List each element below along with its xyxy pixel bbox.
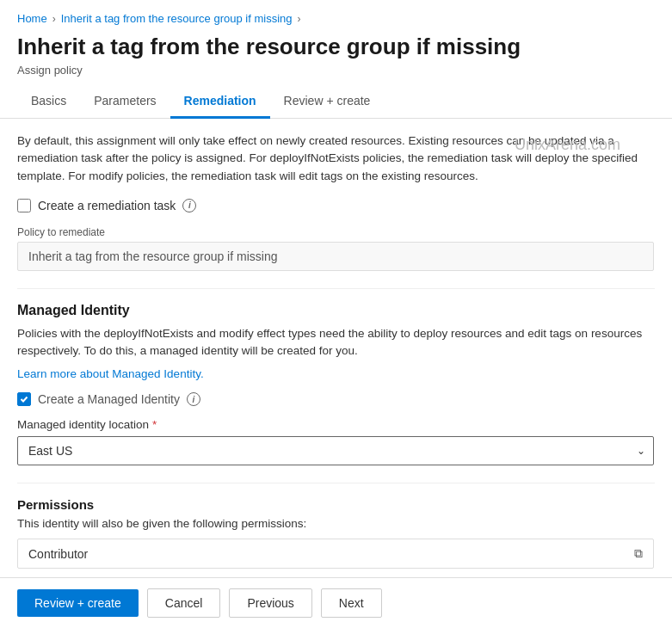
main-content: UnixArena.com By default, this assignmen… [0,119,672,600]
breadcrumb-home[interactable]: Home [17,12,47,25]
managed-identity-checkbox-checked [17,392,31,406]
page-title: Inherit a tag from the resource group if… [0,30,672,62]
managed-identity-title: Managed Identity [17,303,655,318]
location-select-wrapper: East US West US West US 2 East US 2 Cent… [17,436,654,465]
location-select[interactable]: East US West US West US 2 East US 2 Cent… [17,436,654,465]
managed-identity-desc: Policies with the deployIfNotExists and … [17,325,655,360]
info-paragraph: By default, this assignment will only ta… [17,132,655,185]
create-remediation-task-label[interactable]: Create a remediation task [38,199,176,212]
contributor-field: Contributor ⧉ [17,539,654,569]
breadcrumb-page[interactable]: Inherit a tag from the resource group if… [61,12,293,25]
review-create-button[interactable]: Review + create [17,589,139,617]
location-label: Managed identity location * [17,418,655,431]
remediation-task-info-icon[interactable]: i [182,199,196,212]
create-remediation-task-checkbox[interactable] [17,199,31,212]
footer: Review + create Cancel Previous Next [0,577,672,628]
breadcrumb-sep2: › [297,13,300,25]
create-managed-identity-row: Create a Managed Identity i [17,392,655,406]
managed-identity-info-icon[interactable]: i [187,392,200,406]
create-remediation-task-row: Create a remediation task i [17,199,655,212]
previous-button[interactable]: Previous [229,588,311,618]
location-section: Managed identity location * East US West… [17,418,655,465]
next-button[interactable]: Next [321,588,382,618]
contributor-value: Contributor [28,547,88,561]
policy-field-label: Policy to remediate [17,226,655,238]
create-managed-identity-label: Create a Managed Identity [38,392,180,406]
cancel-button[interactable]: Cancel [147,588,221,618]
assign-policy-label: Assign policy [0,62,672,85]
breadcrumb: Home › Inherit a tag from the resource g… [0,0,672,30]
copy-icon[interactable]: ⧉ [634,546,643,561]
tab-parameters[interactable]: Parameters [80,85,170,119]
tab-review-create[interactable]: Review + create [270,85,385,119]
policy-to-remediate-field: Policy to remediate Inherit a tag from t… [17,226,655,271]
tab-nav: Basics Parameters Remediation Review + c… [0,85,672,119]
permissions-desc: This identity will also be given the fol… [17,517,655,530]
tab-remediation[interactable]: Remediation [170,85,270,119]
managed-identity-link[interactable]: Learn more about Managed Identity. [17,367,204,380]
required-star: * [152,418,157,431]
permissions-title: Permissions [17,497,655,512]
tab-basics[interactable]: Basics [17,85,80,119]
breadcrumb-sep1: › [52,13,56,25]
policy-field-value: Inherit a tag from the resource group if… [17,242,654,271]
